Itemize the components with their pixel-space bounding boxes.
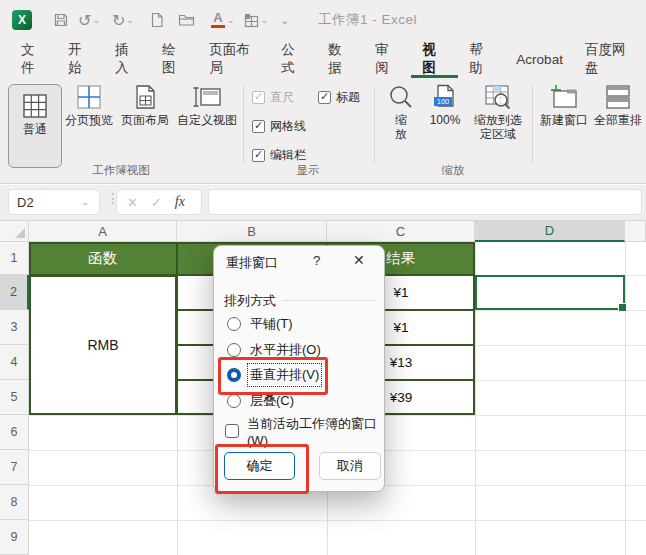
normal-view-label: 普通 [23, 122, 47, 136]
ruler-label: 直尺 [270, 89, 294, 106]
name-box-dropdown-icon[interactable]: ⌄ [81, 197, 89, 207]
font-color-dropdown-icon[interactable]: ⌄ [227, 15, 235, 25]
tab-acrobat[interactable]: Acrobat [505, 40, 574, 78]
save-icon[interactable] [44, 0, 78, 40]
row-header-4[interactable]: 4 [0, 345, 29, 380]
row-header-9[interactable]: 9 [0, 520, 29, 555]
column-header-B[interactable]: B [177, 221, 327, 242]
cancel-entry-icon[interactable]: ✕ [127, 195, 138, 210]
zoom-100-button[interactable]: 100 100% [423, 84, 467, 127]
gridlines-checkbox-icon [252, 120, 265, 133]
redo-icon[interactable]: ↻ [112, 0, 125, 40]
dialog-help-icon[interactable]: ? [313, 253, 321, 268]
formula-bar-checkbox-icon [252, 149, 265, 162]
select-all-corner[interactable] [0, 221, 29, 242]
radio-cascade[interactable]: 层叠(C) [227, 391, 294, 411]
tab-review[interactable]: 审阅 [364, 40, 411, 78]
name-box[interactable]: D2 ⌄ [8, 189, 100, 215]
ribbon-separator [532, 86, 533, 164]
open-folder-icon[interactable] [172, 0, 202, 40]
undo-dropdown-icon[interactable]: ⌄ [92, 15, 100, 25]
page-layout-view-label: 页面布局 [121, 113, 169, 127]
custom-views-button[interactable]: 自定义视图 [176, 84, 238, 127]
excel-logo-icon [12, 10, 32, 30]
fill-handle[interactable] [618, 303, 627, 312]
normal-view-button[interactable]: 普通 [8, 84, 62, 168]
row-header-7[interactable]: 7 [0, 450, 29, 485]
radio-vertical[interactable]: 垂直并排(V) [227, 365, 319, 385]
row-header-5[interactable]: 5 [0, 380, 29, 415]
group-divider [282, 300, 375, 301]
radio-tiled[interactable]: 平铺(T) [227, 314, 293, 334]
ribbon-separator [374, 86, 375, 164]
row-header-6[interactable]: 6 [0, 415, 29, 450]
workbook-views-group-label: 工作簿视图 [0, 163, 242, 178]
headings-checkbox[interactable]: 标题 [318, 89, 360, 106]
tab-data[interactable]: 数据 [317, 40, 364, 78]
insert-function-icon[interactable]: fx [175, 194, 185, 210]
show-group-label: 显示 [243, 163, 373, 178]
column-header-E-partial[interactable] [625, 221, 646, 242]
gridlines-label: 网格线 [270, 118, 306, 135]
new-file-icon[interactable] [142, 0, 172, 40]
gridlines-checkbox[interactable]: 网格线 [252, 118, 306, 135]
new-window-button[interactable]: 新建窗口 [537, 84, 591, 127]
ribbon-view-panel: 普通 分页预览 页面布局 自定义视图 工作簿视图 直尺 标题 网格线 [0, 78, 646, 184]
zoom-to-selection-icon [485, 84, 511, 110]
zoom-to-selection-label: 缩放到选定区域 [469, 113, 527, 141]
tab-insert[interactable]: 插入 [104, 40, 151, 78]
page-break-preview-button[interactable]: 分页预览 [64, 84, 114, 127]
radio-tiled-label: 平铺(T) [250, 315, 293, 333]
row-header-3[interactable]: 3 [0, 310, 29, 345]
tab-formulas[interactable]: 公式 [270, 40, 317, 78]
row-header-2[interactable]: 2 [0, 275, 29, 310]
formula-bar-checkbox[interactable]: 编辑栏 [252, 147, 306, 164]
zoom-button[interactable]: 缩放 [381, 84, 421, 141]
arrange-all-button[interactable]: 全部重排 [592, 84, 644, 127]
font-color-icon[interactable]: A [210, 0, 226, 40]
ribbon-separator [243, 86, 244, 164]
selected-cell-D2[interactable] [475, 275, 625, 310]
zoom-icon [388, 84, 414, 110]
tab-baidu-netdisk[interactable]: 百度网盘 [574, 40, 646, 78]
excel-window: ↺ ⌄ ↻ ⌄ A ⌄ ⌄ ⌄ 工作簿1 - Excel 文件 开始 插入 [0, 0, 646, 555]
cell-A2-A5-merged[interactable]: RMB [29, 275, 177, 415]
tab-home[interactable]: 开始 [57, 40, 104, 78]
ok-button[interactable]: 确定 [224, 452, 295, 480]
borders-dropdown-icon[interactable]: ⌄ [260, 15, 268, 25]
qat-more-commands-icon[interactable]: ⌄ [280, 0, 289, 40]
formula-bar-label: 编辑栏 [270, 147, 306, 164]
radio-horizontal-icon [227, 343, 241, 357]
tab-view[interactable]: 视图 [411, 40, 458, 78]
tab-draw[interactable]: 绘图 [151, 40, 198, 78]
new-window-icon [550, 84, 578, 110]
active-workbook-checkbox[interactable]: 当前活动工作簿的窗口(W) [225, 421, 384, 441]
undo-icon[interactable]: ↺ [78, 0, 91, 40]
quick-access-toolbar: ↺ ⌄ ↻ ⌄ A ⌄ ⌄ ⌄ [44, 0, 289, 40]
tab-page-layout[interactable]: 页面布局 [198, 40, 270, 78]
radio-horizontal[interactable]: 水平并排(O) [227, 340, 321, 360]
row-header-1[interactable]: 1 [0, 242, 29, 275]
tab-help[interactable]: 帮助 [458, 40, 505, 78]
headings-checkbox-icon [318, 91, 331, 104]
formula-input[interactable] [208, 189, 642, 215]
borders-icon[interactable] [244, 0, 259, 40]
dialog-close-icon[interactable]: ✕ [353, 252, 365, 268]
column-header-C[interactable]: C [327, 221, 475, 242]
svg-text:100: 100 [437, 97, 450, 106]
cell-A1[interactable]: 函数 [29, 242, 177, 275]
zoom-label: 缩放 [394, 113, 409, 141]
redo-dropdown-icon[interactable]: ⌄ [126, 15, 134, 25]
page-layout-view-button[interactable]: 页面布局 [116, 84, 174, 127]
cancel-button[interactable]: 取消 [319, 452, 381, 480]
zoom-to-selection-button[interactable]: 缩放到选定区域 [469, 84, 527, 141]
page-layout-view-icon [133, 84, 157, 110]
tab-file[interactable]: 文件 [10, 40, 57, 78]
confirm-entry-icon[interactable]: ✓ [151, 195, 162, 210]
column-header-D[interactable]: D [475, 221, 625, 242]
row-header-8[interactable]: 8 [0, 485, 29, 520]
title-bar: ↺ ⌄ ↻ ⌄ A ⌄ ⌄ ⌄ 工作簿1 - Excel [0, 0, 646, 40]
active-workbook-label: 当前活动工作簿的窗口(W) [247, 415, 384, 448]
ribbon-tab-bar: 文件 开始 插入 绘图 页面布局 公式 数据 审阅 视图 帮助 Acrobat … [0, 40, 646, 78]
column-header-A[interactable]: A [29, 221, 177, 242]
